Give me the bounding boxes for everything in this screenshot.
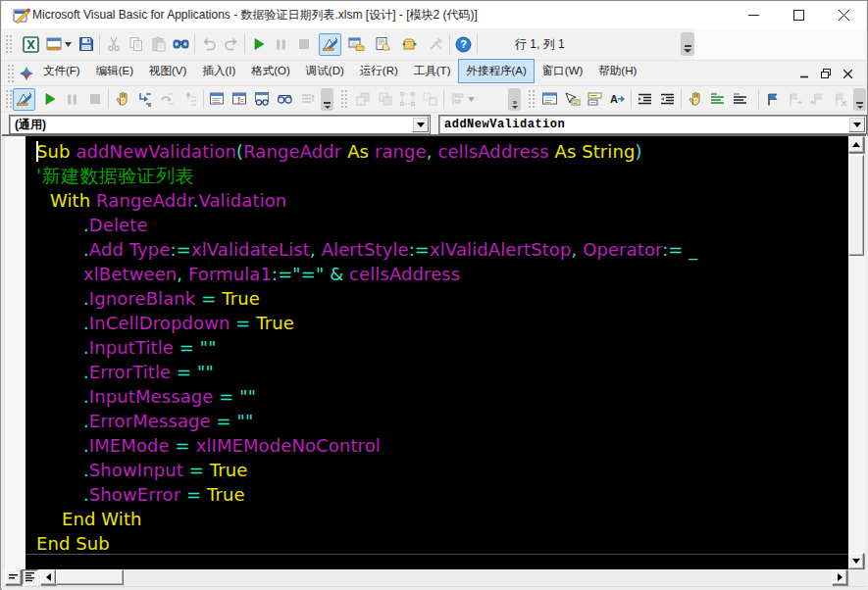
mdi-close-button[interactable] — [837, 63, 858, 84]
bring-to-front-button[interactable] — [351, 88, 374, 111]
run-button[interactable] — [247, 33, 270, 56]
align-button[interactable] — [446, 88, 479, 111]
find-button[interactable] — [170, 33, 192, 56]
menu-文件[interactable]: 文件(F) — [35, 59, 88, 83]
margin-indicator-bar[interactable] — [5, 136, 26, 569]
cut-button[interactable] — [102, 33, 125, 56]
watch-window-button[interactable] — [251, 88, 274, 111]
toolbar-grip[interactable] — [527, 88, 535, 110]
pause-button[interactable] — [270, 33, 292, 56]
vertical-scroll-thumb[interactable] — [848, 155, 864, 256]
code-line: .ShowInput = True — [36, 458, 697, 482]
menu-插入[interactable]: 插入(I) — [194, 59, 243, 83]
step-out-button[interactable] — [179, 88, 201, 111]
step-over-button[interactable] — [156, 88, 179, 111]
properties-window-button[interactable] — [372, 33, 394, 56]
stop-button[interactable] — [292, 33, 315, 56]
save-button[interactable] — [75, 33, 97, 56]
scroll-left-button[interactable] — [40, 569, 56, 585]
comment-block-button[interactable] — [706, 88, 729, 111]
toolbar-separator — [99, 34, 100, 54]
help-button[interactable]: ? — [452, 33, 475, 56]
view-object-button[interactable] — [42, 33, 75, 56]
run-button[interactable] — [38, 88, 61, 111]
debug-edit-toolbar: !»A — [2, 85, 866, 112]
menubar-grip[interactable] — [6, 63, 14, 84]
procedure-combobox-dropdown-icon[interactable] — [848, 117, 865, 132]
ungroup-button[interactable] — [419, 88, 441, 111]
parameter-info-button[interactable] — [584, 88, 606, 111]
design-mode-button[interactable] — [13, 88, 35, 111]
code-line: .IMEMode = xlIMEModeNoControl — [36, 433, 697, 458]
indent-button[interactable] — [634, 88, 656, 111]
call-stack-button[interactable] — [296, 88, 319, 111]
project-explorer-button[interactable] — [345, 33, 368, 56]
toolbar-grip[interactable] — [339, 88, 347, 110]
complete-word-button[interactable]: A — [606, 88, 629, 111]
list-properties-button[interactable] — [538, 88, 561, 111]
toolbar-options-button[interactable]: » — [508, 88, 521, 111]
toolbar2-grip[interactable] — [4, 88, 12, 110]
send-to-back-button[interactable] — [374, 88, 396, 111]
toolbar-separator — [203, 89, 204, 109]
menu-工具[interactable]: 工具(T) — [406, 59, 459, 83]
toolbar-grip[interactable] — [4, 33, 12, 55]
scroll-down-button[interactable] — [848, 553, 864, 569]
toolbar-separator — [443, 89, 444, 109]
menu-窗口[interactable]: 窗口(W) — [535, 59, 591, 83]
procedure-combobox[interactable]: addNewValidation — [438, 115, 867, 134]
toggle-breakpoint-button[interactable] — [684, 88, 706, 111]
toggle-bookmark-button[interactable] — [761, 88, 784, 111]
code-line: .ShowError = True — [36, 482, 697, 507]
standard-toolbar: ? 行 1, 列 1 — [2, 28, 866, 60]
code-line: .Delete — [36, 213, 697, 237]
previous-bookmark-button[interactable] — [806, 88, 829, 111]
menu-运行[interactable]: 运行(R) — [352, 59, 406, 83]
toolbar-options-button[interactable] — [681, 32, 694, 56]
menu-帮助[interactable]: 帮助(H) — [590, 59, 644, 83]
locals-window-button[interactable] — [206, 88, 229, 111]
close-button[interactable] — [821, 1, 866, 28]
undo-button[interactable] — [197, 33, 220, 56]
stop-button[interactable] — [83, 88, 106, 111]
clear-bookmarks-button[interactable] — [829, 88, 851, 111]
group-button[interactable] — [396, 88, 419, 111]
toolbar-options-button[interactable] — [321, 88, 333, 111]
toggle-breakpoint-button[interactable] — [111, 88, 133, 111]
menu-视图[interactable]: 视图(V) — [141, 59, 194, 83]
object-combobox[interactable]: (通用) — [9, 115, 431, 134]
mdi-minimize-button[interactable] — [793, 63, 815, 84]
pause-button[interactable] — [61, 88, 83, 111]
maximize-button[interactable] — [776, 1, 821, 28]
horizontal-scroll-thumb[interactable] — [56, 569, 124, 585]
excel-button[interactable] — [20, 33, 42, 56]
copy-button[interactable] — [125, 33, 147, 56]
object-combobox-dropdown-icon[interactable] — [412, 117, 429, 132]
scroll-up-button[interactable] — [848, 136, 864, 153]
procedure-view-button[interactable] — [5, 569, 22, 585]
code-line: End With — [36, 507, 697, 531]
toolbar-options-button[interactable] — [853, 88, 866, 111]
full-module-view-button[interactable] — [22, 569, 38, 585]
scroll-right-button[interactable] — [832, 569, 847, 585]
menu-调试[interactable]: 调试(D) — [298, 59, 352, 83]
immediate-window-button[interactable]: ! — [229, 88, 251, 111]
menu-格式[interactable]: 格式(O) — [243, 59, 298, 83]
quick-watch-button[interactable] — [274, 88, 296, 111]
menu-编辑[interactable]: 编辑(E) — [88, 59, 141, 83]
menu-外接程序[interactable]: 外接程序(A) — [458, 59, 534, 83]
minimize-button[interactable] — [731, 1, 776, 28]
vertical-scrollbar[interactable] — [848, 136, 865, 569]
design-mode-button[interactable] — [319, 33, 341, 56]
redo-button[interactable] — [220, 33, 242, 56]
paste-button[interactable] — [147, 33, 170, 56]
quick-info-button[interactable] — [561, 88, 584, 111]
uncomment-block-button[interactable] — [729, 88, 751, 111]
object-browser-button[interactable] — [398, 33, 421, 56]
outdent-button[interactable] — [656, 88, 679, 111]
step-into-button[interactable] — [133, 88, 156, 111]
toolbox-button[interactable] — [425, 33, 447, 56]
mdi-restore-button[interactable] — [815, 63, 837, 84]
code-line: .ErrorMessage = "" — [36, 409, 697, 433]
next-bookmark-button[interactable] — [784, 88, 806, 111]
